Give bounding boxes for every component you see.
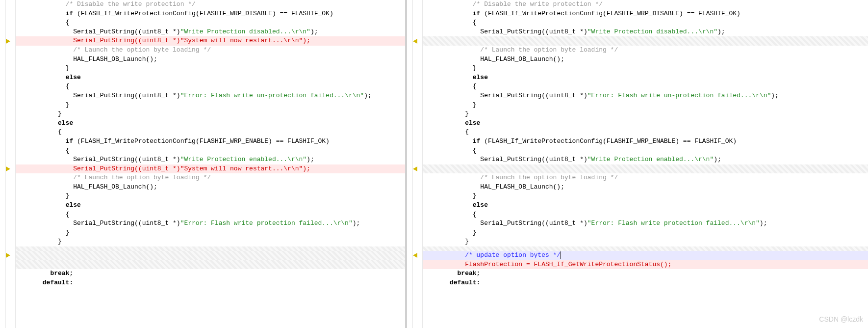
code-line[interactable]: /* Launch the option byte loading */ [423,46,868,55]
code-line[interactable] [423,164,868,174]
diff-arrow-right-icon[interactable] [6,253,10,258]
code-line[interactable]: { [16,82,405,91]
code-line[interactable]: } [423,109,868,119]
right-pane[interactable]: /* Disable the write protection */ if (F… [407,0,868,328]
code-line[interactable]: else [16,201,405,210]
code-line[interactable]: break; [16,269,405,278]
code-line[interactable]: HAL_FLASH_OB_Launch(); [423,55,868,64]
code-line[interactable]: } [16,64,405,73]
code-line[interactable]: Serial_PutString((uint8_t *)"Write Prote… [423,155,868,164]
code-line[interactable]: { [423,82,868,91]
code-line[interactable]: HAL_FLASH_OB_Launch(); [16,183,405,192]
code-line[interactable]: if (FLASH_If_WriteProtectionConfig(FLASH… [423,9,868,19]
code-line[interactable]: } [423,228,868,238]
diff-text: Serial_PutString((uint8_t *)"System will… [20,37,310,44]
left-gutter [0,0,16,328]
code-line[interactable]: { [16,18,405,27]
code-line[interactable]: /* Disable the write protection */ [16,0,405,9]
diff-text: Serial_PutString((uint8_t *)"System will… [20,165,310,172]
code-line[interactable]: Serial_PutString((uint8_t *)"Error: Flas… [16,219,405,228]
code-line[interactable]: { [423,18,868,27]
code-line[interactable]: Serial_PutString((uint8_t *)"Write Prote… [423,27,868,37]
diff-arrow-left-icon[interactable] [413,166,417,171]
diff-arrow-left-icon[interactable] [413,253,417,258]
code-line[interactable]: Serial_PutString((uint8_t *)"Error: Flas… [423,219,868,228]
code-line[interactable]: } [16,237,405,246]
code-line[interactable]: } [16,191,405,201]
code-line[interactable]: else [423,73,868,82]
code-line[interactable]: { [16,128,405,137]
left-pane[interactable]: /* Disable the write protection */ if (F… [0,0,405,328]
code-line[interactable] [16,251,405,260]
code-line[interactable]: else [423,201,868,210]
right-code-area[interactable]: /* Disable the write protection */ if (F… [423,0,868,328]
diff-arrow-left-icon[interactable] [413,39,417,44]
code-line[interactable]: Serial_PutString((uint8_t *)"Error: Flas… [16,91,405,101]
watermark: CSDN @lczdk [819,315,863,323]
code-line[interactable]: /* Disable the write protection */ [423,0,868,9]
code-line[interactable]: if (FLASH_If_WriteProtectionConfig(FLASH… [423,137,868,146]
diff-text: FlashProtection = FLASH_If_GetWriteProte… [427,261,671,268]
code-line[interactable]: HAL_FLASH_OB_Launch(); [423,183,868,192]
code-line[interactable]: else [423,119,868,128]
code-line[interactable]: { [16,146,405,156]
code-line[interactable]: } [423,101,868,110]
code-line[interactable]: { [423,210,868,219]
code-line[interactable]: default: [16,278,405,288]
code-line[interactable]: break; [423,269,868,278]
code-line[interactable]: } [16,101,405,110]
code-line[interactable]: HAL_FLASH_OB_Launch(); [16,55,405,64]
right-gutter [407,0,423,328]
code-line[interactable]: } [423,237,868,246]
code-line[interactable]: /* Launch the option byte loading */ [423,173,868,183]
diff-container: /* Disable the write protection */ if (F… [0,0,868,328]
code-line[interactable] [423,246,868,251]
code-line[interactable]: default: [423,278,868,288]
code-line[interactable]: /* Launch the option byte loading */ [16,46,405,55]
code-line[interactable]: Serial_PutString((uint8_t *)"Write Prote… [16,155,405,164]
code-line[interactable] [423,36,868,46]
code-line[interactable]: else [16,73,405,82]
code-line[interactable]: Serial_PutString((uint8_t *)"System will… [16,36,405,46]
diff-text: /* update option bytes */ [427,251,561,259]
code-line[interactable] [16,246,405,251]
left-code-area[interactable]: /* Disable the write protection */ if (F… [16,0,405,328]
code-line[interactable]: /* Launch the option byte loading */ [16,173,405,183]
code-line[interactable]: } [16,228,405,238]
code-line[interactable]: { [423,146,868,156]
code-line[interactable]: } [423,64,868,73]
code-line[interactable]: { [423,128,868,137]
diff-arrow-right-icon[interactable] [6,39,10,44]
diff-arrow-right-icon[interactable] [6,166,10,171]
code-line[interactable]: else [16,119,405,128]
code-line[interactable]: } [16,109,405,119]
code-line[interactable]: Serial_PutString((uint8_t *)"System will… [16,164,405,174]
code-line[interactable] [16,260,405,270]
code-line[interactable]: } [423,191,868,201]
code-line[interactable]: FlashProtection = FLASH_If_GetWriteProte… [423,260,868,270]
code-line[interactable]: { [16,210,405,219]
code-line[interactable]: /* update option bytes */ [423,251,868,260]
code-line[interactable]: Serial_PutString((uint8_t *)"Write Prote… [16,27,405,37]
code-line[interactable]: if (FLASH_If_WriteProtectionConfig(FLASH… [16,137,405,146]
code-line[interactable]: Serial_PutString((uint8_t *)"Error: Flas… [423,91,868,101]
code-line[interactable]: if (FLASH_If_WriteProtectionConfig(FLASH… [16,9,405,19]
